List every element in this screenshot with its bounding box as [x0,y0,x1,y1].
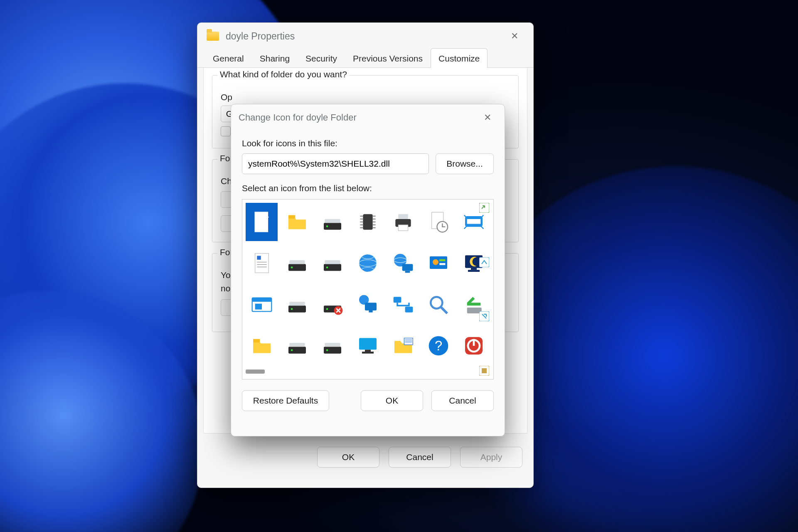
properties-title: doyle Properties [226,31,295,42]
folder-options-icon[interactable] [387,327,419,365]
svg-rect-17 [398,214,408,219]
svg-rect-4 [325,219,340,223]
tab-security[interactable]: Security [298,48,345,68]
ok-button[interactable]: OK [317,447,379,468]
svg-rect-42 [440,259,446,261]
drive-error-icon[interactable] [316,286,348,324]
svg-rect-22 [467,219,481,224]
look-for-label: Look for icons in this file: [242,138,494,148]
svg-rect-67 [289,343,305,347]
link-overlay-icon[interactable] [479,311,489,321]
removable-drive-icon[interactable] [316,244,348,283]
restore-defaults-button[interactable]: Restore Defaults [242,390,329,411]
svg-rect-52 [289,302,305,305]
properties-tabs: GeneralSharingSecurityPrevious VersionsC… [197,48,533,68]
svg-rect-30 [289,260,305,264]
change-icon-titlebar[interactable]: Change Icon for doyle Folder ✕ [231,104,505,130]
properties-footer: OK Cancel Apply [197,439,533,468]
svg-point-51 [291,308,293,310]
change-icon-title: Change Icon for doyle Folder [239,112,357,123]
svg-rect-86 [482,368,487,373]
desktop-wallpaper: doyle Properties ✕ GeneralSharingSecurit… [0,0,798,532]
svg-rect-70 [325,343,340,347]
document-history-icon[interactable] [423,203,455,241]
svg-rect-39 [405,271,410,273]
svg-point-54 [326,308,328,310]
icon-list: ? [242,199,494,379]
optical-drive-icon[interactable] [316,327,348,365]
drive-icon[interactable] [316,203,348,241]
svg-point-61 [431,297,443,308]
svg-rect-38 [402,264,413,271]
network-computer-icon[interactable] [352,286,384,324]
shortcut-overlay-icon[interactable] [479,203,489,213]
printer-icon[interactable] [387,203,419,241]
group-legend: What kind of folder do you want? [217,69,350,79]
svg-rect-1 [288,215,295,218]
svg-point-66 [291,349,293,351]
svg-point-32 [326,266,328,268]
truncated-label: Op [221,92,510,102]
svg-point-3 [326,225,328,227]
svg-rect-72 [365,350,371,352]
rich-document-icon[interactable] [246,244,278,283]
icon-path-input[interactable]: ystemRoot%\System32\SHELL32.dll [242,153,429,174]
svg-rect-43 [440,263,446,265]
blank-document-icon[interactable] [246,203,278,241]
folder-open-icon[interactable] [246,327,278,365]
svg-rect-57 [365,303,377,310]
close-icon[interactable]: ✕ [505,29,524,44]
network-connection-icon[interactable] [387,286,419,324]
floppy-drive-alt-icon[interactable] [281,286,313,324]
network-globe-icon[interactable] [387,244,419,283]
browse-button[interactable]: Browse... [436,153,494,174]
program-window-icon[interactable] [246,286,278,324]
svg-rect-48 [252,298,271,301]
search-icon[interactable] [423,286,455,324]
icon-list-scrollbar[interactable] [246,367,490,376]
monitor-icon[interactable] [352,327,384,365]
svg-rect-64 [253,339,260,342]
svg-rect-0 [255,212,267,232]
svg-rect-24 [257,256,261,260]
svg-rect-5 [363,214,372,229]
svg-rect-18 [398,225,408,231]
help-icon[interactable]: ? [423,327,455,365]
properties-titlebar[interactable]: doyle Properties ✕ [197,23,533,48]
chip-icon[interactable] [352,203,384,241]
change-icon-dialog: Change Icon for doyle Folder ✕ Look for … [231,104,505,436]
cancel-button[interactable]: Cancel [389,447,451,468]
svg-rect-60 [405,306,413,312]
svg-rect-49 [255,303,261,309]
ok-button[interactable]: OK [361,390,423,411]
svg-point-69 [326,349,328,351]
drive-alt-icon[interactable] [281,327,313,365]
misc-overlay-icon[interactable] [479,366,489,376]
control-panel-icon[interactable] [423,244,455,283]
svg-rect-73 [362,352,374,354]
folder-icon[interactable] [281,203,313,241]
tab-general[interactable]: General [205,48,252,68]
tab-previous-versions[interactable]: Previous Versions [345,48,431,68]
share-overlay-icon[interactable] [479,257,489,267]
globe-icon[interactable] [352,244,384,283]
svg-rect-71 [359,338,377,350]
tab-customize[interactable]: Customize [431,48,488,68]
svg-line-62 [441,307,447,313]
svg-rect-74 [404,338,413,345]
close-icon[interactable]: ✕ [478,110,497,125]
svg-text:?: ? [435,338,442,353]
svg-rect-33 [325,260,340,264]
svg-rect-46 [468,270,480,272]
also-apply-checkbox[interactable] [221,126,231,136]
cancel-button[interactable]: Cancel [431,390,494,411]
svg-rect-40 [430,256,447,269]
tab-sharing[interactable]: Sharing [252,48,298,68]
svg-rect-58 [369,310,372,313]
change-icon-footer: Restore Defaults OK Cancel [231,379,505,411]
folder-icon [207,32,219,41]
svg-point-41 [433,259,438,265]
floppy-drive-icon[interactable] [281,244,313,283]
apply-button[interactable]: Apply [460,447,522,468]
svg-rect-59 [394,297,401,303]
